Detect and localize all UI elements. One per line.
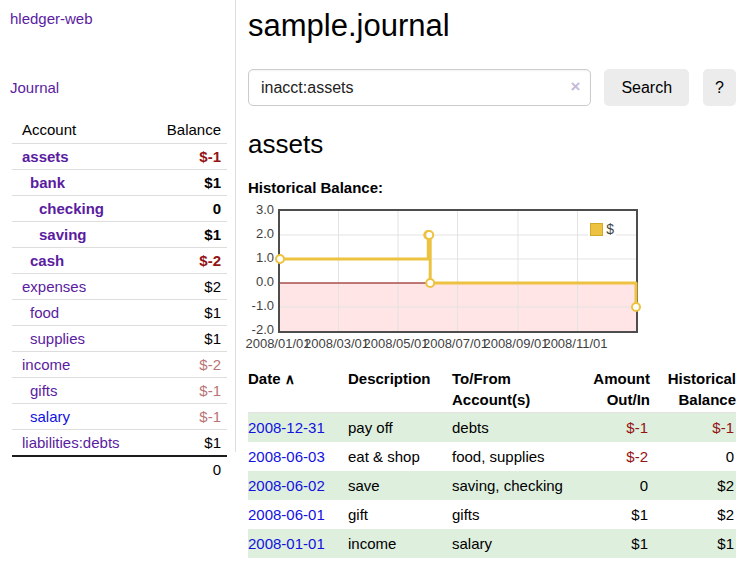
- search-bar: × Search ?: [248, 69, 736, 106]
- register-header-amount: Amount Out/In: [572, 366, 650, 413]
- x-axis-tick: 2008/03/01: [304, 336, 370, 351]
- x-axis-tick: 2008/05/01: [363, 336, 429, 351]
- y-axis-tick: 2.0: [248, 226, 274, 241]
- account-row: bank $1: [12, 170, 227, 196]
- register-header-date[interactable]: Date ∧: [248, 366, 348, 413]
- account-row: assets $-1: [12, 144, 227, 170]
- account-balance: $-2: [150, 352, 227, 378]
- transaction-accounts: gifts: [452, 500, 572, 529]
- x-axis-tick: 2008/01/01: [245, 336, 311, 351]
- account-link-assets[interactable]: assets: [22, 147, 69, 166]
- account-row: income $-2: [12, 352, 227, 378]
- transaction-amount: $-1: [572, 413, 650, 443]
- chart-legend: $: [588, 220, 616, 238]
- account-link-bank[interactable]: bank: [30, 173, 65, 192]
- accounts-header-balance: Balance: [150, 118, 227, 144]
- accounts-total-row: 0: [12, 456, 227, 482]
- register-table: Date ∧ Description To/From Account(s) Am…: [248, 366, 736, 558]
- accounts-table: Account Balance assets $-1 bank $1 check…: [12, 118, 227, 482]
- account-row: checking 0: [12, 196, 227, 222]
- register-row: 2008-12-31 pay off debts $-1 $-1: [248, 413, 736, 443]
- account-balance: $2: [150, 274, 227, 300]
- transaction-balance: $2: [650, 471, 736, 500]
- date-header-label: Date: [248, 370, 281, 387]
- account-link-food[interactable]: food: [30, 303, 59, 322]
- register-row: 2008-06-03 eat & shop food, supplies $-2…: [248, 442, 736, 471]
- transaction-date-link[interactable]: 2008-06-01: [248, 506, 325, 523]
- chart-title: Historical Balance:: [248, 179, 736, 196]
- account-row: supplies $1: [12, 326, 227, 352]
- transaction-description: gift: [348, 500, 452, 529]
- account-link-checking[interactable]: checking: [39, 199, 104, 218]
- accounts-header-row: Account Balance: [12, 118, 227, 144]
- register-header-row: Date ∧ Description To/From Account(s) Am…: [248, 366, 736, 413]
- brand-link[interactable]: hledger-web: [10, 10, 235, 27]
- account-link-gifts[interactable]: gifts: [30, 381, 58, 400]
- register-header-balance: Historical Balance: [650, 366, 736, 413]
- transaction-date-link[interactable]: 2008-12-31: [248, 419, 325, 436]
- account-link-supplies[interactable]: supplies: [30, 329, 85, 348]
- chart-plot-area: $: [278, 209, 638, 333]
- transaction-amount: $1: [572, 500, 650, 529]
- nav-journal-link[interactable]: Journal: [10, 79, 235, 96]
- register-row: 2008-01-01 income salary $1 $1: [248, 529, 736, 558]
- account-row: cash $-2: [12, 248, 227, 274]
- account-balance: $1: [150, 326, 227, 352]
- account-row: saving $1: [12, 222, 227, 248]
- transaction-amount: $-2: [572, 442, 650, 471]
- transaction-description: eat & shop: [348, 442, 452, 471]
- data-point-marker: [632, 303, 640, 311]
- legend-label: $: [606, 221, 614, 237]
- data-point-marker: [426, 279, 434, 287]
- y-axis-tick: -1.0: [248, 298, 274, 313]
- y-axis-tick: 0.0: [248, 274, 274, 289]
- chart-canvas: [280, 211, 636, 331]
- historical-balance-chart: 3.02.01.00.0-1.0-2.0 $ 2008/01/012008/03…: [248, 205, 640, 350]
- transaction-accounts: saving, checking: [452, 471, 572, 500]
- register-row: 2008-06-02 save saving, checking 0 $2: [248, 471, 736, 500]
- account-link-saving[interactable]: saving: [39, 225, 87, 244]
- help-button[interactable]: ?: [703, 69, 736, 106]
- account-balance: $1: [150, 170, 227, 196]
- account-row: liabilities:debts $1: [12, 430, 227, 457]
- transaction-accounts: salary: [452, 529, 572, 558]
- account-link-liabilities-debts[interactable]: liabilities:debts: [22, 433, 120, 452]
- account-link-income[interactable]: income: [22, 355, 70, 374]
- account-balance: $1: [150, 222, 227, 248]
- register-header-account: To/From Account(s): [452, 366, 572, 413]
- search-input[interactable]: [248, 69, 591, 106]
- account-balance: $-1: [150, 404, 227, 430]
- transaction-description: pay off: [348, 413, 452, 443]
- transaction-accounts: food, supplies: [452, 442, 572, 471]
- account-balance: 0: [150, 196, 227, 222]
- accounts-total-value: 0: [150, 456, 227, 482]
- x-axis-tick: 2008/07/01: [423, 336, 489, 351]
- x-axis-tick: 2008/09/01: [483, 336, 549, 351]
- account-link-cash[interactable]: cash: [30, 251, 64, 270]
- search-button[interactable]: Search: [604, 69, 689, 106]
- account-link-salary[interactable]: salary: [30, 407, 70, 426]
- account-row: expenses $2: [12, 274, 227, 300]
- sidebar: hledger-web Journal Account Balance asse…: [0, 0, 236, 452]
- account-heading: assets: [248, 129, 736, 160]
- transaction-accounts: debts: [452, 413, 572, 443]
- transaction-date-link[interactable]: 2008-06-02: [248, 477, 325, 494]
- main-content: sample.journal × Search ? assets Histori…: [248, 0, 736, 558]
- transaction-balance: $-1: [650, 413, 736, 443]
- transaction-description: income: [348, 529, 452, 558]
- account-link-expenses[interactable]: expenses: [22, 277, 86, 296]
- x-axis-tick: 2008/11/01: [542, 336, 608, 351]
- y-axis-tick: 3.0: [248, 202, 274, 217]
- account-row: gifts $-1: [12, 378, 227, 404]
- transaction-balance: $2: [650, 500, 736, 529]
- legend-swatch-icon: [590, 223, 603, 236]
- register-header-description: Description: [348, 366, 452, 413]
- transaction-date-link[interactable]: 2008-06-03: [248, 448, 325, 465]
- transaction-date-link[interactable]: 2008-01-01: [248, 535, 325, 552]
- data-point-marker: [276, 255, 284, 263]
- clear-search-icon[interactable]: ×: [570, 77, 580, 97]
- account-balance: $1: [150, 430, 227, 457]
- account-balance: $-2: [150, 248, 227, 274]
- y-axis-tick: 1.0: [248, 250, 274, 265]
- transaction-description: save: [348, 471, 452, 500]
